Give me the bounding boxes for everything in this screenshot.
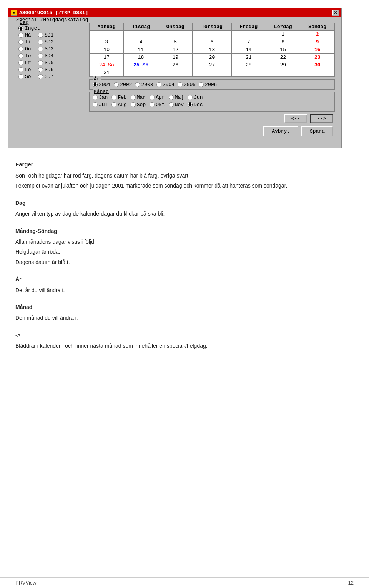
- cal-cell[interactable]: [158, 31, 192, 38]
- ar-2002-radio[interactable]: [114, 82, 119, 87]
- cal-cell[interactable]: [158, 69, 192, 77]
- manad-sep-radio[interactable]: [131, 102, 136, 107]
- cal-cell-red[interactable]: 2: [300, 31, 335, 38]
- close-button[interactable]: X: [332, 10, 339, 16]
- prev-button[interactable]: <--: [284, 114, 307, 123]
- cal-cell[interactable]: 1: [266, 31, 300, 38]
- calendar-table: Måndag Tisdag Onsdag Torsdag Fredag Lörd…: [89, 23, 335, 77]
- cal-cell[interactable]: 20: [193, 54, 231, 61]
- ar-2003-item: 2003: [135, 82, 153, 88]
- cal-cell[interactable]: [231, 69, 266, 77]
- dag-ti-radio[interactable]: [18, 40, 23, 45]
- dag-to-row: To SD4: [18, 53, 53, 59]
- ar-2004-radio[interactable]: [156, 82, 161, 87]
- manad-aug: Aug: [111, 102, 126, 108]
- dag-inget-radio[interactable]: [18, 26, 23, 31]
- ar-2005-radio[interactable]: [178, 82, 183, 87]
- dag-lo-radio[interactable]: [18, 67, 23, 72]
- manad-feb-radio[interactable]: [111, 95, 116, 100]
- cal-cell[interactable]: 29: [266, 61, 300, 69]
- dag-sd4-radio[interactable]: [38, 53, 43, 58]
- cal-cell[interactable]: 31: [90, 69, 124, 77]
- cal-cell[interactable]: 12: [158, 46, 192, 54]
- ar-2003-radio[interactable]: [135, 82, 140, 87]
- cal-cell[interactable]: 19: [158, 54, 192, 61]
- manad-mar-radio[interactable]: [131, 95, 136, 100]
- cal-cell[interactable]: 15: [266, 46, 300, 54]
- dag-sd5-radio[interactable]: [38, 60, 43, 65]
- spara-button[interactable]: Spara: [301, 126, 333, 136]
- dag-sd3-radio[interactable]: [38, 47, 43, 51]
- manad-dec-radio[interactable]: [188, 102, 193, 107]
- cal-cell-red[interactable]: 23: [300, 54, 335, 61]
- cal-cell[interactable]: [266, 69, 300, 77]
- manad-maj-radio[interactable]: [169, 95, 174, 100]
- manad-aug-radio[interactable]: [111, 102, 116, 107]
- dag-on-radio[interactable]: [18, 47, 23, 51]
- cal-cell-blue25[interactable]: 25 Sö: [124, 61, 158, 69]
- cal-cell[interactable]: [193, 69, 231, 77]
- cal-cell[interactable]: 28: [231, 61, 266, 69]
- cal-cell[interactable]: 21: [231, 54, 266, 61]
- manad-jun-radio[interactable]: [188, 95, 193, 100]
- main-group-box: Special-/Helgdagskatalog Dag Inget: [12, 20, 338, 142]
- cal-cell[interactable]: 17: [90, 54, 124, 61]
- arrow-text: Bläddrar i kalendern och finner nästa må…: [15, 342, 354, 350]
- manad-okt-radio[interactable]: [150, 102, 155, 107]
- cal-cell-red[interactable]: 30: [300, 61, 335, 69]
- manad-nov: Nov: [169, 102, 184, 108]
- dag-fr-radio[interactable]: [18, 60, 23, 65]
- cal-cell[interactable]: 27: [193, 61, 231, 69]
- cal-header-sondag: Söndag: [300, 23, 335, 31]
- dag-sd7-radio[interactable]: [38, 74, 43, 79]
- manad-apr-label: Apr: [156, 95, 165, 100]
- cal-cell[interactable]: 3: [90, 38, 124, 46]
- cal-cell[interactable]: 26: [158, 61, 192, 69]
- cal-cell[interactable]: 14: [231, 46, 266, 54]
- cal-cell[interactable]: 8: [266, 38, 300, 46]
- cal-cell[interactable]: [193, 31, 231, 38]
- cal-cell-so24[interactable]: 24 Sö: [90, 61, 124, 69]
- farger-text2: I exemplet ovan är julafton och juldagen…: [15, 181, 354, 190]
- cal-cell[interactable]: 18: [124, 54, 158, 61]
- dag-ma-radio[interactable]: [18, 33, 23, 38]
- ar-2006-radio[interactable]: [199, 82, 204, 87]
- dag-lo-row: Lö SD6: [18, 67, 53, 73]
- cal-cell[interactable]: 10: [90, 46, 124, 54]
- manad-jul-radio[interactable]: [93, 102, 98, 107]
- cal-cell[interactable]: 7: [231, 38, 266, 46]
- cal-cell[interactable]: 11: [124, 46, 158, 54]
- cal-week-2: 3 4 5 6 7 8 9: [90, 38, 335, 46]
- cal-cell-red[interactable]: 16: [300, 46, 335, 54]
- dag-sd2-radio[interactable]: [38, 40, 43, 45]
- dag-so-radio[interactable]: [18, 74, 23, 79]
- manad-okt-label: Okt: [156, 102, 165, 108]
- cal-cell[interactable]: 4: [124, 38, 158, 46]
- cal-cell[interactable]: [124, 69, 158, 77]
- manad-feb: Feb: [111, 95, 126, 100]
- cal-header-lordag: Lördag: [266, 23, 300, 31]
- dag-on-label: On: [25, 46, 37, 52]
- mandag-sondag-text2: Helgdagar är röda.: [15, 247, 354, 256]
- dag-to-radio[interactable]: [18, 53, 23, 58]
- cal-cell-red[interactable]: 9: [300, 38, 335, 46]
- dag-sd6-radio[interactable]: [38, 67, 43, 72]
- cal-cell[interactable]: 6: [193, 38, 231, 46]
- ar-2001-radio[interactable]: [93, 82, 98, 87]
- manad-nov-radio[interactable]: [169, 102, 174, 107]
- cal-cell[interactable]: 5: [158, 38, 192, 46]
- dag-col-left: Må SD1 Ti SD2: [18, 32, 53, 81]
- ar-row: 2001 2002 2003: [93, 82, 331, 88]
- cal-cell[interactable]: 13: [193, 46, 231, 54]
- manad-jan-radio[interactable]: [93, 95, 98, 100]
- cal-cell[interactable]: 22: [266, 54, 300, 61]
- cal-cell[interactable]: [90, 31, 124, 38]
- avbryt-button[interactable]: Avbryt: [263, 126, 298, 136]
- manad-apr-radio[interactable]: [150, 95, 155, 100]
- next-button[interactable]: -->: [310, 114, 333, 123]
- cal-cell[interactable]: [300, 69, 335, 77]
- cal-cell[interactable]: [231, 31, 266, 38]
- cal-cell[interactable]: [124, 31, 158, 38]
- dag-ma-row: Må SD1: [18, 32, 53, 38]
- dag-sd1-radio[interactable]: [38, 33, 43, 38]
